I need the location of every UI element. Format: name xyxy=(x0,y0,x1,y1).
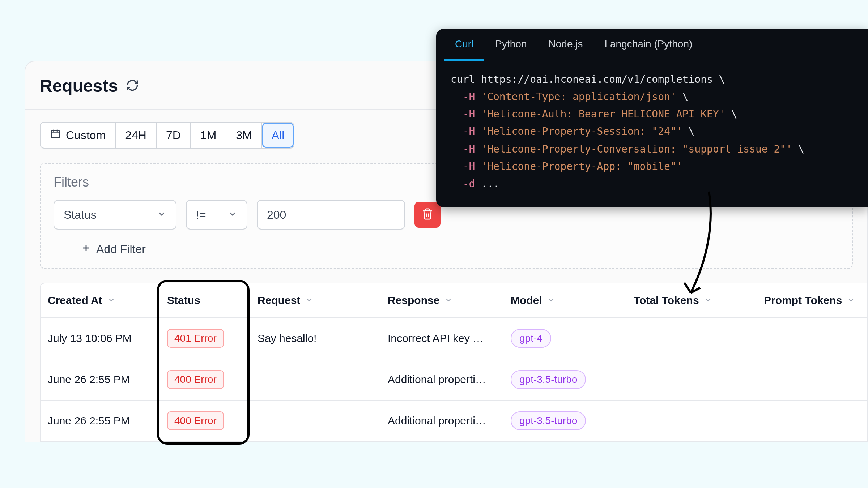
code-tabs: CurlPythonNode.jsLangchain (Python) xyxy=(436,29,868,61)
cell-model: gpt-3.5-turbo xyxy=(503,401,626,441)
cell-prompt-tokens xyxy=(757,410,865,432)
cell-response: Additional properti… xyxy=(380,363,503,397)
table-header: Created AtStatusRequestResponseModelTota… xyxy=(41,283,867,317)
page-title: Requests xyxy=(40,76,118,96)
status-badge: 400 Error xyxy=(167,411,224,430)
cell-request xyxy=(250,410,380,432)
requests-table: Created AtStatusRequestResponseModelTota… xyxy=(40,283,867,442)
code-tab-node-js[interactable]: Node.js xyxy=(538,29,594,61)
time-range-label: 3M xyxy=(236,129,252,142)
time-range-custom[interactable]: Custom xyxy=(41,123,116,148)
column-header-model[interactable]: Model xyxy=(503,283,626,317)
plus-icon xyxy=(81,243,91,256)
status-badge: 401 Error xyxy=(167,329,224,348)
cell-response: Incorrect API key … xyxy=(380,321,503,355)
time-range-label: 1M xyxy=(200,129,216,142)
time-range-3m[interactable]: 3M xyxy=(226,123,262,148)
table-row[interactable]: June 26 2:55 PM400 ErrorAdditional prope… xyxy=(41,359,867,400)
column-header-response[interactable]: Response xyxy=(380,283,503,317)
column-label: Response xyxy=(388,294,439,307)
add-filter-label: Add Filter xyxy=(96,243,146,256)
column-label: Created At xyxy=(48,294,102,307)
chevron-down-icon xyxy=(157,208,166,222)
add-filter-button[interactable]: Add Filter xyxy=(81,243,146,256)
cell-prompt-tokens xyxy=(757,328,865,349)
cell-request xyxy=(250,369,380,390)
time-range-label: All xyxy=(272,129,285,142)
cell-status: 400 Error xyxy=(160,359,250,400)
chevron-down-icon xyxy=(107,294,115,307)
filter-value-text: 200 xyxy=(267,208,286,222)
arrow-annotation xyxy=(680,188,723,304)
filter-value-input[interactable]: 200 xyxy=(257,200,405,230)
code-snippet-panel: CurlPythonNode.jsLangchain (Python) curl… xyxy=(436,29,868,207)
cell-request: Say hesallo! xyxy=(250,321,380,355)
delete-filter-button[interactable] xyxy=(414,202,441,228)
table-row[interactable]: July 13 10:06 PM401 ErrorSay hesallo!Inc… xyxy=(41,317,867,359)
time-range-label: Custom xyxy=(66,129,106,142)
column-label: Model xyxy=(511,294,542,307)
status-badge: 400 Error xyxy=(167,370,224,389)
filter-operator-value: != xyxy=(196,208,206,222)
time-range-all[interactable]: All xyxy=(262,123,294,148)
filter-operator-select[interactable]: != xyxy=(186,200,247,230)
cell-created-at: June 26 2:55 PM xyxy=(41,363,160,397)
filter-field-value: Status xyxy=(64,208,97,222)
cell-total-tokens xyxy=(626,328,757,349)
trash-icon xyxy=(421,208,434,222)
chevron-down-icon xyxy=(444,294,452,307)
table-row[interactable]: June 26 2:55 PM400 ErrorAdditional prope… xyxy=(41,400,867,441)
refresh-icon[interactable] xyxy=(126,79,139,93)
cell-prompt-tokens xyxy=(757,369,865,390)
column-label: Prompt Tokens xyxy=(764,294,842,307)
cell-status: 401 Error xyxy=(160,318,250,359)
time-range-24h[interactable]: 24H xyxy=(116,123,157,148)
time-range-1m[interactable]: 1M xyxy=(191,123,226,148)
column-header-request[interactable]: Request xyxy=(250,283,380,317)
cell-response: Additional properti… xyxy=(380,404,503,438)
calendar-icon xyxy=(50,128,61,142)
cell-created-at: June 26 2:55 PM xyxy=(41,404,160,438)
column-label: Status xyxy=(167,294,200,307)
chevron-down-icon xyxy=(228,208,237,222)
chevron-down-icon xyxy=(847,294,855,307)
svg-rect-0 xyxy=(51,130,60,138)
cell-created-at: July 13 10:06 PM xyxy=(41,321,160,355)
model-badge: gpt-3.5-turbo xyxy=(511,370,586,389)
time-range-label: 24H xyxy=(125,129,146,142)
time-range-group: Custom24H7D1M3MAll xyxy=(40,122,294,149)
model-badge: gpt-3.5-turbo xyxy=(511,411,586,430)
column-label: Request xyxy=(258,294,300,307)
filter-field-select[interactable]: Status xyxy=(54,200,176,230)
column-header-created-at[interactable]: Created At xyxy=(41,283,160,317)
chevron-down-icon xyxy=(305,294,313,307)
chevron-down-icon xyxy=(547,294,555,307)
cell-model: gpt-3.5-turbo xyxy=(503,359,626,400)
model-badge: gpt-4 xyxy=(511,329,551,348)
code-tab-curl[interactable]: Curl xyxy=(444,29,484,61)
time-range-label: 7D xyxy=(166,129,181,142)
column-header-prompt-tokens[interactable]: Prompt Tokens xyxy=(757,283,865,317)
cell-model: gpt-4 xyxy=(503,318,626,359)
time-range-7d[interactable]: 7D xyxy=(157,123,191,148)
cell-total-tokens xyxy=(626,369,757,390)
code-body: curl https://oai.hconeai.com/v1/completi… xyxy=(436,61,868,196)
cell-total-tokens xyxy=(626,410,757,432)
column-header-status[interactable]: Status xyxy=(160,283,250,317)
cell-status: 400 Error xyxy=(160,401,250,441)
code-tab-python[interactable]: Python xyxy=(484,29,537,61)
code-tab-langchain-python-[interactable]: Langchain (Python) xyxy=(593,29,703,61)
